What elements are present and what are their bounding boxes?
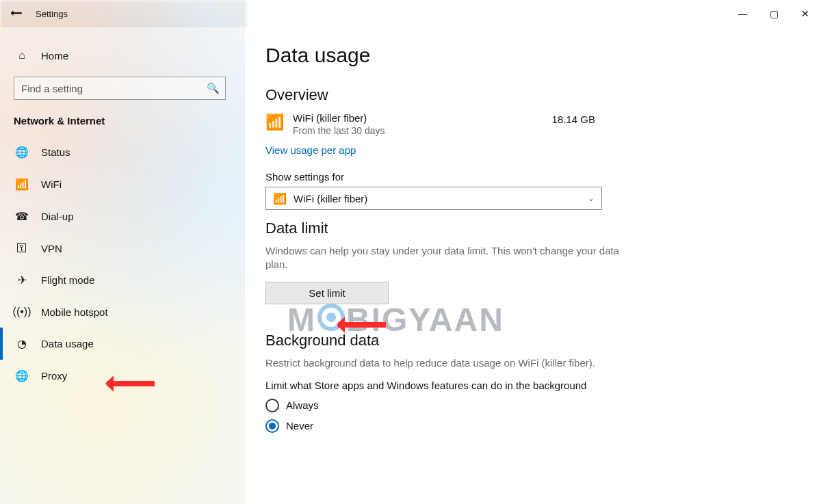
annotation-arrow [107, 381, 155, 386]
sidebar-item-hotspot[interactable]: ((•)) Mobile hotspot [0, 296, 245, 328]
radio-icon [265, 419, 279, 433]
sidebar-item-dialup[interactable]: ☎ Dial-up [0, 200, 245, 233]
sidebar-item-flight-mode[interactable]: ✈ Flight mode [0, 264, 245, 296]
home-icon: ⌂ [15, 49, 29, 62]
sidebar-home[interactable]: ⌂ Home [0, 41, 245, 70]
sidebar-item-label: Proxy [41, 370, 67, 382]
titlebar: 🠔 Settings — ▢ ✕ [0, 0, 821, 27]
search-placeholder: Find a setting [21, 83, 83, 94]
sidebar-item-label: Mobile hotspot [41, 306, 108, 318]
show-settings-label: Show settings for [265, 171, 821, 183]
set-limit-button[interactable]: Set limit [265, 282, 389, 304]
overview-heading: Overview [265, 86, 821, 104]
data-limit-description: Windows can help you stay under your dat… [265, 244, 621, 272]
search-input[interactable]: Find a setting 🔍 [14, 77, 226, 100]
globe-icon: 🌐 [15, 146, 29, 159]
sidebar-item-proxy[interactable]: 🌐 Proxy [0, 360, 245, 392]
back-button[interactable]: 🠔 [0, 0, 33, 27]
overview-amount: 18.14 GB [552, 112, 595, 125]
radio-label: Always [286, 399, 319, 411]
proxy-icon: 🌐 [15, 369, 29, 382]
overview-network-row: 📶 WiFi (killer fiber) From the last 30 d… [265, 111, 821, 139]
dialup-icon: ☎ [15, 210, 29, 223]
radio-icon [265, 399, 279, 412]
annotation-arrow [338, 322, 386, 328]
background-data-question: Limit what Store apps and Windows featur… [265, 380, 821, 391]
back-arrow-icon: 🠔 [10, 7, 23, 21]
overview-period: From the last 30 days [293, 125, 385, 136]
sidebar-item-status[interactable]: 🌐 Status [0, 136, 245, 168]
sidebar-item-label: Flight mode [41, 274, 94, 286]
dropdown-selected: WiFi (killer fiber) [294, 193, 367, 204]
page-title: Data usage [265, 44, 821, 67]
close-icon: ✕ [801, 8, 809, 19]
airplane-icon: ✈ [15, 274, 29, 287]
close-button[interactable]: ✕ [790, 0, 821, 27]
radio-always[interactable]: Always [265, 395, 821, 416]
radio-never[interactable]: Never [265, 416, 821, 436]
background-data-heading: Background data [265, 332, 821, 349]
overview-network-name: WiFi (killer fiber) [293, 112, 385, 124]
window-title: Settings [33, 9, 68, 19]
sidebar-item-label: Status [41, 146, 70, 158]
data-icon: ◔ [15, 337, 29, 350]
sidebar-item-label: Data usage [41, 338, 94, 349]
maximize-icon: ▢ [770, 8, 779, 19]
sidebar-section-label: Network & Internet [0, 112, 245, 136]
sidebar-item-label: WiFi [41, 178, 62, 190]
minimize-icon: — [738, 8, 747, 19]
background-data-description: Restrict background data to help reduce … [265, 356, 621, 370]
main-pane: Data usage Overview 📶 WiFi (killer fiber… [245, 27, 821, 504]
radio-label: Never [286, 420, 313, 432]
view-usage-per-app-link[interactable]: View usage per app [265, 144, 356, 156]
sidebar-item-label: Dial-up [41, 211, 74, 222]
minimize-button[interactable]: — [727, 0, 758, 27]
data-limit-heading: Data limit [265, 220, 821, 237]
sidebar-item-vpn[interactable]: ⚿ VPN [0, 233, 245, 264]
sidebar-item-data-usage[interactable]: ◔ Data usage [0, 328, 245, 360]
sidebar: ⌂ Home Find a setting 🔍 Network & Intern… [0, 27, 245, 504]
wifi-icon: 📶 [15, 178, 29, 191]
sidebar-home-label: Home [41, 50, 68, 62]
vpn-icon: ⚿ [15, 242, 29, 254]
sidebar-item-wifi[interactable]: 📶 WiFi [0, 168, 245, 200]
hotspot-icon: ((•)) [15, 306, 29, 318]
wifi-icon: 📶 [265, 112, 293, 131]
maximize-button[interactable]: ▢ [758, 0, 790, 27]
show-settings-dropdown[interactable]: 📶 WiFi (killer fiber) ⌄ [265, 187, 602, 210]
search-icon: 🔍 [207, 82, 220, 94]
wifi-icon: 📶 [273, 192, 287, 205]
sidebar-item-label: VPN [41, 243, 62, 254]
chevron-down-icon: ⌄ [588, 194, 595, 203]
